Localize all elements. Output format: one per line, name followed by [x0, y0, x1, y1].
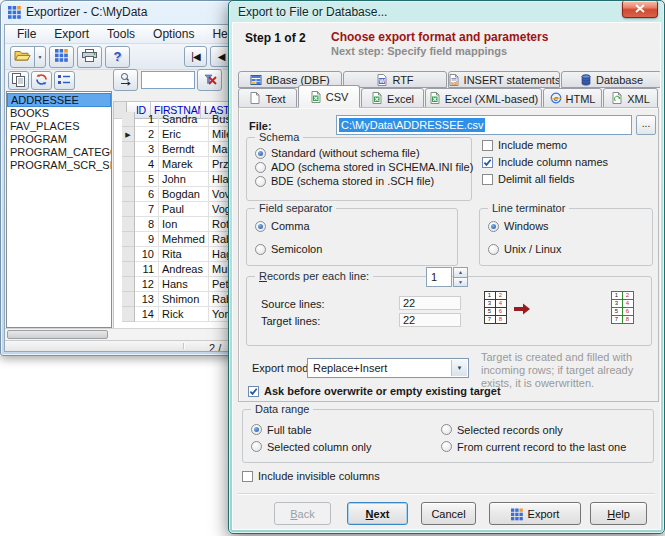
next-button[interactable]: Next: [347, 502, 408, 525]
list-item-fav-places[interactable]: FAV_PLACES: [7, 120, 111, 133]
checkbox-ask-overwrite[interactable]: Ask before overwrite or empty existing t…: [248, 385, 501, 397]
data-range-options: Full tableSelected column onlySelected r…: [243, 410, 653, 462]
radio-label: Selected column only: [267, 441, 372, 453]
export-button[interactable]: Export: [489, 502, 581, 525]
open-button[interactable]: [10, 46, 35, 68]
app-grid-icon: [55, 49, 68, 64]
tab-text[interactable]: Text: [238, 88, 297, 108]
row-indicator: [122, 187, 135, 202]
list-item-program-scr-shot[interactable]: PROGRAM_SCR_SHOT: [7, 159, 111, 172]
radio-label: ADO (schema stored in SCHEMA.INI file): [271, 161, 473, 173]
record-nav-toolbar: |◀◀: [181, 46, 233, 67]
tab-label: CSV: [326, 90, 349, 103]
tab-csv[interactable]: CSV: [298, 85, 360, 108]
tab-label: XML: [627, 92, 650, 105]
radio-label: Selected records only: [457, 424, 563, 436]
export-mode-select[interactable]: Replace+Insert ▼: [307, 358, 469, 378]
grid-cell: 14: [135, 307, 159, 322]
radio-field-separator-comma[interactable]: Comma: [255, 220, 457, 232]
radio-label: From current record to the last one: [457, 441, 626, 453]
doc-xml-icon: [611, 92, 623, 104]
print-button[interactable]: [77, 46, 102, 68]
menu-item-file[interactable]: File: [8, 25, 45, 44]
checkbox-include-memo[interactable]: Include memo: [482, 139, 608, 151]
search-input[interactable]: [141, 71, 195, 89]
radio-label: Windows: [504, 220, 549, 232]
checkbox-delimit-all-fields[interactable]: Delimit all fields: [482, 173, 608, 185]
button-label: Cancel: [431, 508, 465, 520]
copy-button[interactable]: [8, 71, 29, 90]
radio-schema-bde-schema-stored-in-sch-file[interactable]: BDE (schema stored in .SCH file): [255, 175, 471, 187]
radio-field-separator-semicolon[interactable]: Semicolon: [255, 243, 457, 255]
radio-data-range-full-table[interactable]: Full table: [251, 421, 441, 438]
chevron-up-icon[interactable]: ▲: [453, 267, 468, 277]
browse-button[interactable]: ...: [636, 115, 656, 135]
mini-grid-cell: 8: [622, 315, 634, 324]
records-caption: Records per each line:: [255, 270, 373, 282]
row-indicator: [122, 142, 135, 157]
stepper-buttons[interactable]: ▲ ▼: [453, 267, 468, 287]
close-icon: [635, 3, 645, 15]
export-dialog: Export to File or Database... Step 1 of …: [228, 0, 665, 534]
radio-label: Semicolon: [271, 243, 322, 255]
menu-item-options[interactable]: Options: [144, 25, 203, 44]
help-button[interactable]: ?: [105, 46, 130, 68]
checkbox-include-invisible-columns[interactable]: Include invisible columns: [242, 470, 380, 482]
menu-item-export[interactable]: Export: [45, 25, 98, 44]
search-button[interactable]: [113, 69, 138, 91]
csv-options: Include memoInclude column namesDelimit …: [482, 139, 608, 185]
scrollbar-thumb[interactable]: [7, 330, 108, 339]
records-per-line-stepper[interactable]: 1 ▲ ▼: [426, 267, 468, 287]
radio-label: Full table: [267, 424, 312, 436]
radio-schema-ado-schema-stored-in-schema-ini-file[interactable]: ADO (schema stored in SCHEMA.INI file): [255, 161, 471, 173]
radio-data-range-selected-column-only[interactable]: Selected column only: [251, 438, 441, 455]
back-button[interactable]: Back: [274, 502, 331, 525]
menu-item-tools[interactable]: Tools: [98, 25, 144, 44]
tab-excel[interactable]: Excel: [361, 88, 424, 108]
dialog-client: Step 1 of 2 Choose export format and par…: [232, 22, 661, 530]
row-indicator: [122, 172, 135, 187]
tab-xml[interactable]: XML: [603, 88, 658, 108]
printer-icon: [82, 49, 97, 64]
checkbox-label: Ask before overwrite or empty existing t…: [264, 385, 501, 397]
grid-cell: 3: [135, 142, 159, 157]
radio-line-terminator-unix-linux[interactable]: Unix / Linux: [488, 243, 652, 255]
refresh-button[interactable]: [31, 71, 52, 90]
radio-selected-icon: [255, 148, 266, 159]
checkbox-include-column-names[interactable]: Include column names: [482, 156, 608, 168]
file-input[interactable]: C:\MyData\ADDRESSEE.csv: [336, 115, 632, 135]
close-button[interactable]: [622, 1, 658, 18]
radio-data-range-selected-records-only[interactable]: Selected records only: [441, 421, 653, 438]
cancel-button[interactable]: Cancel: [421, 502, 476, 525]
first-record-button[interactable]: |◀: [184, 46, 207, 67]
source-lines-label: Source lines:: [261, 298, 325, 310]
format-tabs-front-row: TextCSVExcelExcel (XML-based)eHTMLXML: [238, 88, 659, 108]
radio-line-terminator-windows[interactable]: Windows: [488, 220, 652, 232]
list-item-program-category[interactable]: PROGRAM_CATEGORY: [7, 146, 111, 159]
dialog-titlebar[interactable]: Export to File or Database...: [229, 1, 664, 22]
button-label: Next: [366, 508, 390, 520]
list-item-books[interactable]: BOOKS: [7, 107, 111, 120]
tab-label: Excel (XML-based): [445, 92, 539, 105]
search-icon: [119, 72, 133, 88]
list-item-program[interactable]: PROGRAM: [7, 133, 111, 146]
row-indicator: [122, 157, 135, 172]
checkbox-checked-icon: [482, 157, 493, 168]
export-button[interactable]: [49, 46, 74, 68]
tab-database[interactable]: Database: [561, 71, 661, 88]
dialog-title: Export to File or Database...: [238, 5, 387, 19]
radio-schema-standard-without-schema-file[interactable]: Standard (without schema file): [255, 147, 471, 159]
chevron-down-icon[interactable]: ▼: [453, 277, 468, 288]
tab-insert-statements[interactable]: sqlINSERT statements: [448, 71, 560, 88]
tab-html[interactable]: eHTML: [543, 88, 602, 108]
help-button[interactable]: Help: [590, 502, 647, 525]
clear-filter-button[interactable]: [197, 69, 222, 91]
target-lines-value: 22: [399, 313, 461, 327]
source-lines-value: 22: [399, 296, 461, 310]
list-item-addressee[interactable]: ADDRESSEE: [7, 93, 111, 107]
fields-button[interactable]: [54, 71, 75, 90]
data-range-group: Data range Full tableSelected column onl…: [242, 409, 654, 463]
radio-data-range-from-current-record-to-the-last-one[interactable]: From current record to the last one: [441, 438, 653, 455]
tab-excel-xml-based[interactable]: Excel (XML-based): [425, 88, 542, 108]
open-dropdown-button[interactable]: ▼: [34, 46, 46, 68]
